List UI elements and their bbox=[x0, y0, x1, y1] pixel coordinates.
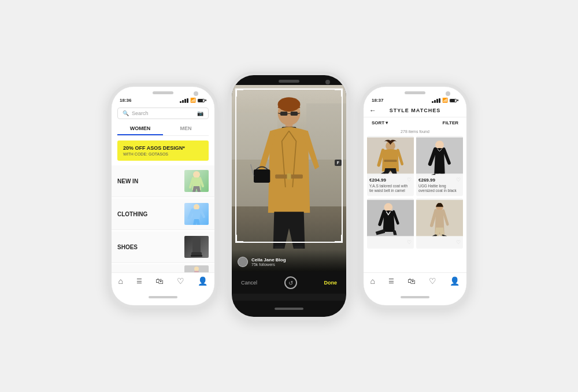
nav-heart-icon-p3[interactable]: ♡ bbox=[429, 276, 436, 286]
cancel-button[interactable]: Cancel bbox=[241, 280, 257, 286]
promo-banner[interactable]: 20% OFF ASOS DESIGN* WITH CODE: GOTASOS bbox=[117, 140, 209, 161]
phone-1: 18:36 📶 bbox=[108, 83, 218, 309]
product-4-heart[interactable]: ♡ bbox=[456, 239, 461, 245]
phone-1-status-icons: 📶 bbox=[180, 98, 206, 103]
f-badge: F bbox=[335, 160, 342, 166]
camera-screen: Cella Jane Blog 75k followers bbox=[232, 85, 346, 301]
phone-1-status-bar: 18:36 📶 bbox=[112, 97, 214, 104]
new-in-figure bbox=[184, 170, 209, 192]
svg-rect-16 bbox=[287, 173, 291, 180]
search-icon: 🔍 bbox=[123, 110, 129, 116]
product-2-figure bbox=[416, 136, 463, 175]
filter-button[interactable]: FILTER bbox=[443, 120, 458, 125]
product-1[interactable]: €204.99 ♡ Y.A.S tailored coat with tie w… bbox=[367, 136, 414, 196]
phone-3: 18:37 📶 ← bbox=[360, 83, 470, 309]
product-2-price: €269.99 bbox=[418, 177, 435, 183]
product-3-info: ♡ bbox=[367, 238, 414, 249]
phone-2-home-indicator bbox=[275, 308, 303, 310]
gender-tabs: WOMEN MEN bbox=[117, 123, 209, 136]
phone-2-bottom bbox=[232, 301, 346, 317]
product-3[interactable]: ♡ bbox=[367, 198, 414, 249]
category-clothing-image bbox=[184, 203, 209, 225]
photo-area: Cella Jane Blog 75k followers bbox=[232, 85, 346, 272]
product-2-heart[interactable]: ♡ bbox=[456, 177, 461, 183]
svg-line-10 bbox=[278, 113, 280, 114]
product-3-heart[interactable]: ♡ bbox=[407, 239, 412, 245]
back-button[interactable]: ← bbox=[369, 106, 376, 114]
nav-home-icon-p3[interactable]: ⌂ bbox=[370, 276, 375, 286]
svg-point-5 bbox=[194, 267, 199, 271]
svg-point-1 bbox=[194, 204, 199, 210]
category-new-in-label: NEW IN bbox=[117, 178, 138, 184]
tab-women[interactable]: WOMEN bbox=[117, 123, 163, 135]
product-1-image bbox=[367, 136, 414, 175]
source-text: Cella Jane Blog 75k followers bbox=[251, 257, 286, 267]
category-clothing-label: CLOTHING bbox=[117, 211, 147, 217]
nav-profile-icon[interactable]: 👤 bbox=[198, 276, 208, 286]
phone-1-bottom-nav: ⌂ ☰ 🛍 ♡ 👤 bbox=[112, 272, 214, 289]
product-3-figure bbox=[367, 198, 414, 238]
phone-3-home-indicator bbox=[401, 296, 429, 298]
phone-1-home-indicator bbox=[149, 296, 177, 298]
products-grid: €204.99 ♡ Y.A.S tailored coat with tie w… bbox=[364, 136, 466, 249]
phone-3-time: 18:37 bbox=[372, 98, 383, 103]
product-2-description: UGG Hattie long oversized coat in black bbox=[418, 184, 461, 194]
svg-rect-19 bbox=[275, 246, 284, 249]
nav-heart-icon[interactable]: ♡ bbox=[177, 276, 184, 286]
product-4[interactable]: ♡ bbox=[416, 198, 463, 249]
done-button[interactable]: Done bbox=[324, 280, 337, 286]
nav-search-icon[interactable]: ☰ bbox=[136, 278, 142, 285]
nav-home-icon[interactable]: ⌂ bbox=[118, 276, 123, 286]
source-overlay: Cella Jane Blog 75k followers bbox=[232, 250, 346, 272]
phone-3-screen: ← STYLE MATCHES SORT ▾ FILTER 278 items … bbox=[364, 104, 466, 272]
battery-icon bbox=[198, 99, 206, 102]
nav-bag-icon-p3[interactable]: 🛍 bbox=[407, 276, 416, 286]
phone-2-screen: Cella Jane Blog 75k followers bbox=[232, 85, 346, 301]
nav-profile-icon-p3[interactable]: 👤 bbox=[450, 276, 460, 286]
phone-1-bottom bbox=[112, 289, 214, 305]
items-count: 278 items found bbox=[364, 128, 466, 136]
camera-icon[interactable]: 📷 bbox=[197, 110, 203, 116]
shoes-figure bbox=[184, 236, 209, 258]
search-bar[interactable]: 🔍 Search 📷 bbox=[117, 108, 209, 119]
sort-button[interactable]: SORT ▾ bbox=[372, 120, 388, 125]
product-3-price-row: ♡ bbox=[369, 239, 412, 245]
source-followers: 75k followers bbox=[251, 262, 286, 267]
svg-rect-8 bbox=[280, 112, 287, 116]
category-clothing[interactable]: CLOTHING bbox=[112, 198, 214, 230]
wifi-icon: 📶 bbox=[190, 98, 196, 103]
phone-3-status-bar: 18:37 📶 bbox=[364, 97, 466, 104]
phone-3-bottom bbox=[364, 289, 466, 305]
sort-filter-bar: SORT ▾ FILTER bbox=[364, 117, 466, 128]
tab-men[interactable]: MEN bbox=[163, 123, 209, 135]
phone-3-dot bbox=[446, 91, 450, 96]
phone-2-speaker bbox=[279, 80, 299, 83]
nav-bag-icon[interactable]: 🛍 bbox=[155, 276, 164, 286]
phone-2-dot bbox=[325, 80, 330, 84]
svg-rect-23 bbox=[384, 160, 397, 162]
svg-rect-20 bbox=[294, 246, 303, 249]
product-3-image bbox=[367, 198, 414, 238]
phone-1-dot bbox=[194, 91, 198, 96]
camera-bottom-bar: Cancel ↺ Done bbox=[232, 272, 346, 294]
nav-search-icon-p3[interactable]: ☰ bbox=[388, 278, 394, 285]
svg-rect-4 bbox=[191, 255, 202, 257]
rotate-icon: ↺ bbox=[288, 280, 293, 286]
category-new-in[interactable]: NEW IN bbox=[112, 165, 214, 197]
source-info: Cella Jane Blog 75k followers bbox=[238, 257, 340, 267]
phone-1-time: 18:36 bbox=[120, 98, 131, 103]
promo-subtitle: WITH CODE: GOTASOS bbox=[123, 152, 203, 156]
product-2-image bbox=[416, 136, 463, 175]
phone-1-speaker bbox=[153, 91, 173, 94]
product-1-heart[interactable]: ♡ bbox=[407, 177, 412, 183]
product-2[interactable]: €269.99 ♡ UGG Hattie long oversized coat… bbox=[416, 136, 463, 196]
source-avatar bbox=[238, 257, 248, 267]
page-title: STYLE MATCHES bbox=[390, 108, 440, 113]
phones-container: 18:36 📶 bbox=[97, 60, 481, 332]
extra-figure bbox=[184, 265, 209, 273]
category-shoes[interactable]: SHOES bbox=[112, 231, 214, 263]
svg-rect-17 bbox=[254, 169, 270, 183]
phone-3-top bbox=[364, 87, 466, 97]
rotate-button[interactable]: ↺ bbox=[284, 276, 297, 289]
product-2-info: €269.99 ♡ UGG Hattie long oversized coat… bbox=[416, 175, 463, 196]
